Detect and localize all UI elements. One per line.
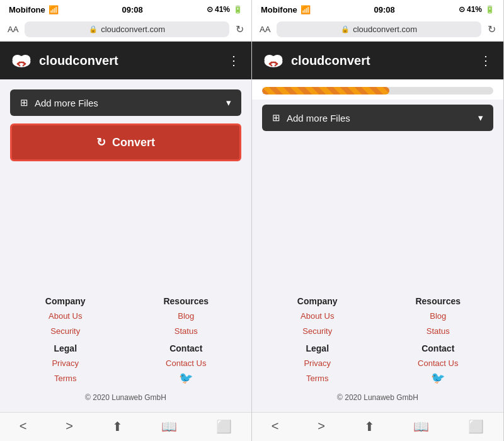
- status-right-left: ⊙ 41% 🔋: [207, 5, 243, 14]
- progress-bar: [262, 87, 493, 94]
- legal-heading-right: Legal: [262, 343, 373, 353]
- aa-button-right[interactable]: AA: [260, 25, 270, 34]
- cc-title-plain: cloud: [39, 54, 72, 67]
- company-heading-left: Company: [10, 296, 121, 306]
- cc-footer-right: Company About Us Security Resources Blog…: [252, 286, 503, 412]
- terms-link-right[interactable]: Terms: [262, 371, 373, 386]
- progress-area: [252, 79, 503, 100]
- footer-grid-left: Company About Us Security Resources Blog…: [10, 296, 241, 386]
- cc-main-right: ⊞ Add more Files ▾: [252, 100, 503, 286]
- cc-header-left: cloudconvert ⋮: [0, 42, 251, 79]
- add-files-label-right: Add more Files: [287, 113, 350, 123]
- twitter-icon-left[interactable]: 🐦: [179, 372, 193, 384]
- tabs-button-right[interactable]: ⬜: [468, 419, 484, 434]
- contact-us-link-right[interactable]: Contact Us: [383, 356, 494, 370]
- security-link-right[interactable]: Security: [262, 324, 373, 338]
- about-us-link-left[interactable]: About Us: [10, 309, 121, 323]
- url-text-right: cloudconvert.com: [353, 25, 417, 34]
- add-files-chevron-left: ▾: [226, 97, 231, 108]
- cc-footer-left: Company About Us Security Resources Blog…: [0, 286, 251, 412]
- cc-title-right: cloudconvert: [291, 54, 370, 68]
- cc-main-left: ⊞ Add more Files ▾ ↻ Convert: [0, 79, 251, 286]
- aa-button-left[interactable]: AA: [8, 25, 18, 34]
- security-link-left[interactable]: Security: [10, 324, 121, 338]
- wifi-icon-right: 📶: [301, 5, 311, 14]
- share-button-right[interactable]: ⬆: [364, 419, 375, 434]
- legal-heading-left: Legal: [10, 343, 121, 353]
- resources-heading-left: Resources: [131, 296, 242, 306]
- left-phone-panel: Mobifone 📶 09:08 ⊙ 41% 🔋 AA 🔒 cloudconve…: [0, 0, 252, 441]
- add-files-button-left[interactable]: ⊞ Add more Files ▾: [10, 89, 241, 116]
- bottom-nav-left: < > ⬆ 📖 ⬜: [0, 412, 251, 441]
- menu-dots-right[interactable]: ⋮: [479, 53, 493, 68]
- footer-legal-left: Legal Privacy Terms: [10, 343, 121, 386]
- url-bar-right[interactable]: 🔒 cloudconvert.com: [277, 21, 481, 37]
- forward-button-left[interactable]: >: [66, 419, 73, 433]
- cc-title-left: cloudconvert: [39, 54, 118, 68]
- contact-heading-right: Contact: [383, 343, 494, 353]
- status-left: Mobifone 📶: [9, 5, 59, 14]
- url-text-left: cloudconvert.com: [101, 25, 165, 34]
- privacy-link-right[interactable]: Privacy: [262, 356, 373, 370]
- refresh-icon-right[interactable]: ↻: [488, 23, 496, 35]
- time-left: 09:08: [122, 5, 143, 14]
- back-button-left[interactable]: <: [20, 419, 27, 433]
- carrier-right: Mobifone: [261, 5, 297, 14]
- address-bar-right[interactable]: AA 🔒 cloudconvert.com ↻: [252, 18, 503, 42]
- contact-heading-left: Contact: [131, 343, 242, 353]
- share-button-left[interactable]: ⬆: [112, 419, 123, 434]
- address-bar-left[interactable]: AA 🔒 cloudconvert.com ↻: [0, 18, 251, 42]
- signal-icon-right: ⊙ 41%: [459, 5, 482, 14]
- status-bar-right: Mobifone 📶 09:08 ⊙ 41% 🔋: [252, 0, 503, 18]
- status-right-right: ⊙ 41% 🔋: [459, 5, 495, 14]
- company-heading-right: Company: [262, 296, 373, 306]
- footer-company-left: Company About Us Security: [10, 296, 121, 338]
- wifi-icon-left: 📶: [49, 5, 59, 14]
- lock-icon-right: 🔒: [341, 25, 350, 33]
- cc-logo-right: [262, 49, 285, 72]
- forward-button-right[interactable]: >: [318, 419, 325, 433]
- privacy-link-left[interactable]: Privacy: [10, 356, 121, 370]
- contact-us-link-left[interactable]: Contact Us: [131, 356, 242, 370]
- add-files-button-right[interactable]: ⊞ Add more Files ▾: [262, 105, 493, 131]
- add-files-icon-right: ⊞: [272, 112, 280, 123]
- footer-contact-left: Contact Contact Us 🐦: [131, 343, 242, 386]
- status-link-left[interactable]: Status: [131, 324, 242, 338]
- status-link-right[interactable]: Status: [383, 324, 494, 338]
- add-files-label-left: Add more Files: [35, 98, 98, 108]
- terms-link-left[interactable]: Terms: [10, 371, 121, 386]
- tabs-button-left[interactable]: ⬜: [216, 419, 232, 434]
- twitter-icon-right[interactable]: 🐦: [431, 372, 445, 384]
- bottom-nav-right: < > ⬆ 📖 ⬜: [252, 412, 503, 441]
- footer-contact-right: Contact Contact Us 🐦: [383, 343, 494, 386]
- battery-icon-right: 🔋: [485, 5, 495, 14]
- blog-link-right[interactable]: Blog: [383, 309, 494, 323]
- convert-button-left[interactable]: ↻ Convert: [10, 123, 241, 161]
- footer-resources-left: Resources Blog Status: [131, 296, 242, 338]
- battery-icon-left: 🔋: [233, 5, 243, 14]
- refresh-icon-left[interactable]: ↻: [236, 23, 244, 35]
- menu-dots-left[interactable]: ⋮: [227, 53, 241, 68]
- bookmarks-button-left[interactable]: 📖: [161, 419, 177, 434]
- cc-header-right: cloudconvert ⋮: [252, 42, 503, 79]
- status-left-right: Mobifone 📶: [261, 5, 311, 14]
- right-phone-panel: Mobifone 📶 09:08 ⊙ 41% 🔋 AA 🔒 cloudconve…: [252, 0, 504, 441]
- convert-icon-left: ↻: [96, 135, 106, 149]
- cc-title-bold: convert: [72, 54, 118, 67]
- blog-link-left[interactable]: Blog: [131, 309, 242, 323]
- url-bar-left[interactable]: 🔒 cloudconvert.com: [25, 21, 229, 37]
- lock-icon-left: 🔒: [89, 25, 98, 33]
- copyright-right: © 2020 Lunaweb GmbH: [262, 393, 493, 402]
- signal-icon-left: ⊙ 41%: [207, 5, 230, 14]
- resources-heading-right: Resources: [383, 296, 494, 306]
- copyright-left: © 2020 Lunaweb GmbH: [10, 393, 241, 402]
- bookmarks-button-right[interactable]: 📖: [413, 419, 429, 434]
- back-button-right[interactable]: <: [272, 419, 279, 433]
- footer-legal-right: Legal Privacy Terms: [262, 343, 373, 386]
- about-us-link-right[interactable]: About Us: [262, 309, 373, 323]
- carrier-left: Mobifone: [9, 5, 45, 14]
- add-files-icon-left: ⊞: [20, 97, 28, 108]
- footer-resources-right: Resources Blog Status: [383, 296, 494, 338]
- footer-company-right: Company About Us Security: [262, 296, 373, 338]
- convert-label-left: Convert: [112, 136, 155, 149]
